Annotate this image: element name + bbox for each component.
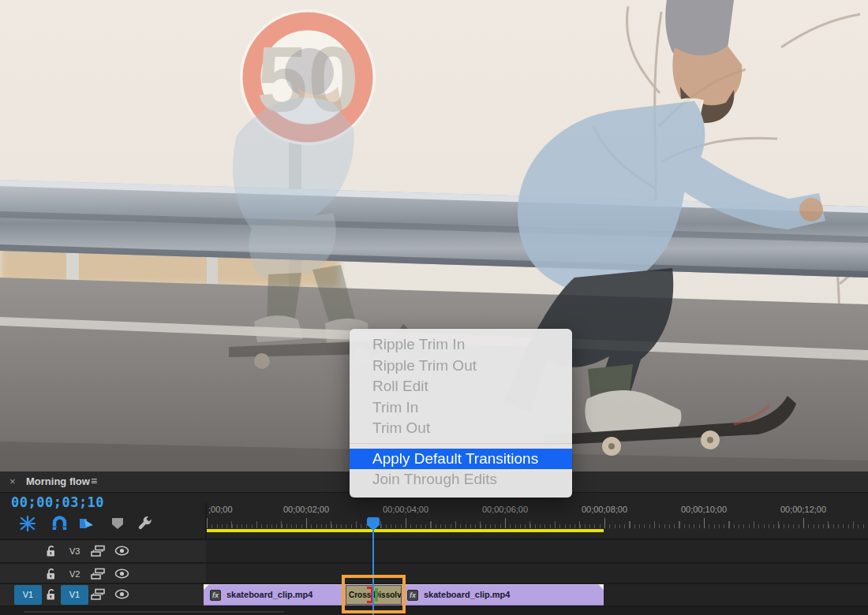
menu-item-roll-edit[interactable]: Roll Edit — [350, 376, 572, 397]
menu-item-apply-default-transitions[interactable]: Apply Default Transitions — [350, 449, 572, 470]
eye-icon[interactable] — [114, 568, 130, 581]
lock-icon[interactable] — [45, 588, 61, 602]
menu-item-trim-in[interactable]: Trim In — [350, 397, 572, 419]
menu-item-ripple-trim-out[interactable]: Ripple Trim Out — [350, 356, 572, 377]
add-marker-icon[interactable] — [107, 515, 128, 532]
context-menu: Ripple Trim In Ripple Trim Out Roll Edit… — [350, 329, 572, 498]
ruler-label: 00;00;04;00 — [383, 505, 428, 514]
linked-selection-icon[interactable] — [77, 515, 97, 532]
sync-lock-icon[interactable] — [91, 588, 107, 602]
sequence-tab-title[interactable]: Morning flow — [26, 475, 90, 487]
eye-icon[interactable] — [114, 588, 130, 602]
ruler-label: 00;00;10;00 — [681, 505, 727, 514]
clip-name: skateboard_clip.mp4 — [226, 590, 312, 599]
source-patch-v1[interactable]: V1 — [14, 585, 42, 605]
work-area-bar[interactable] — [207, 529, 604, 532]
snap-icon[interactable] — [49, 515, 69, 532]
lock-icon[interactable] — [45, 568, 61, 581]
ruler-ticks[interactable] — [207, 518, 868, 528]
fx-badge: fx — [407, 590, 418, 601]
timeline-settings-icon[interactable] — [135, 515, 155, 532]
annotation-highlight-box — [342, 575, 406, 613]
track-row-v3[interactable]: V3 — [0, 541, 868, 562]
playhead-timecode[interactable]: 00;00;03;10 — [11, 494, 104, 510]
menu-item-join-through-edits[interactable]: Join Through Edits — [350, 469, 572, 490]
nest-sequences-icon[interactable] — [17, 515, 38, 532]
premiere-pro-window: 50 — [0, 0, 868, 615]
ruler-label: ;00;00 — [208, 505, 233, 514]
divider — [24, 611, 284, 613]
menu-separator — [350, 443, 572, 444]
track-target-label[interactable]: V2 — [69, 569, 80, 579]
close-icon[interactable]: × — [9, 475, 16, 487]
lock-icon[interactable] — [45, 545, 61, 558]
panel-menu-icon[interactable]: ≡ — [91, 475, 96, 487]
sync-lock-icon[interactable] — [91, 545, 107, 558]
eye-icon[interactable] — [114, 545, 130, 558]
fx-badge: fx — [210, 590, 221, 601]
ruler-label: 00;00;02;00 — [283, 505, 329, 514]
sync-lock-icon[interactable] — [91, 568, 107, 581]
clip-start-notch — [204, 584, 209, 590]
clip-name: skateboard_clip.mp4 — [424, 590, 510, 599]
ruler-label: 00;00;06;00 — [482, 505, 528, 514]
ruler-label: 00;00;08;00 — [582, 505, 627, 514]
track-target-v1[interactable]: V1 — [61, 585, 88, 605]
divider — [0, 539, 868, 540]
ruler-label: 00;00;12;00 — [780, 505, 826, 514]
track-row-v2[interactable]: V2 — [0, 564, 868, 585]
clip-skateboard-2[interactable]: fx skateboard_clip.mp4 — [374, 584, 604, 606]
menu-item-ripple-trim-in[interactable]: Ripple Trim In — [350, 334, 572, 356]
clip-end-notch — [598, 584, 604, 590]
menu-item-trim-out[interactable]: Trim Out — [350, 418, 572, 439]
track-target-label[interactable]: V3 — [69, 546, 80, 556]
